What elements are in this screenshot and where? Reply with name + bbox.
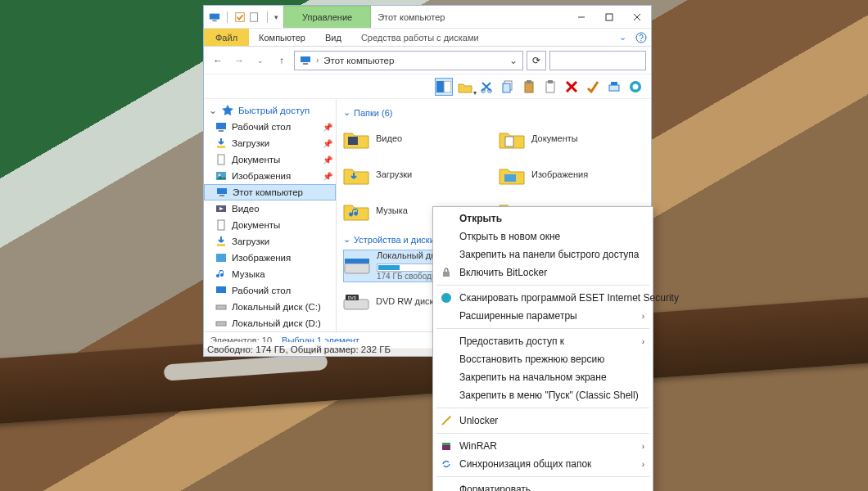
drive-icon [344, 255, 370, 277]
nav-downloads-pinned[interactable]: Загрузки 📌 [204, 135, 336, 151]
copy-button[interactable] [499, 78, 517, 96]
pictures-icon [215, 170, 227, 182]
qat-dropdown-icon[interactable]: ▾ [274, 13, 278, 21]
tooltip-free-space: Свободно: 174 ГБ, Общий размер: 232 ГБ [203, 342, 449, 357]
window-title: Этот компьютер [371, 6, 567, 28]
help-button[interactable]: ? [631, 29, 651, 46]
navigation-pane: ⌄ Быстрый доступ Рабочий стол 📌 Загрузки… [204, 99, 337, 331]
forward-button[interactable]: → [230, 52, 248, 70]
tab-drive-tools[interactable]: Средства работы с дисками [351, 29, 489, 46]
address-row: ← → ⌄ ↑ › Этот компьютер ⌄ ⟳ [204, 47, 651, 74]
nav-pictures[interactable]: Изображения [204, 250, 336, 266]
svg-rect-9 [303, 63, 308, 65]
ctx-sync-shared[interactable]: Синхронизация общих папок › [435, 455, 651, 473]
close-button[interactable] [623, 6, 651, 28]
ctx-winrar[interactable]: WinRAR › [435, 437, 651, 455]
nav-label: Рабочий стол [232, 122, 291, 132]
ctx-eset-scan[interactable]: Сканировать программой ESET Internet Sec… [435, 289, 651, 307]
up-button[interactable]: ↑ [273, 52, 291, 70]
properties-icon[interactable] [234, 11, 246, 23]
folders-header[interactable]: ⌄ Папки (6) [343, 107, 644, 118]
pin-icon: 📌 [323, 172, 332, 181]
svg-rect-20 [609, 85, 619, 91]
ctx-restore-previous[interactable]: Восстановить прежнюю версию [435, 350, 651, 368]
nav-desktop-pinned[interactable]: Рабочий стол 📌 [204, 119, 336, 135]
refresh-button[interactable]: ⟳ [527, 51, 546, 70]
tab-computer[interactable]: Компьютер [249, 29, 315, 46]
folder-video[interactable]: Видео [343, 123, 489, 155]
cut-button[interactable] [477, 78, 495, 96]
ctx-format[interactable]: Форматировать... [435, 480, 651, 491]
ctx-eset-advanced[interactable]: Расширенные параметры › [435, 307, 651, 325]
nav-drive-c[interactable]: Локальный диск (C:) [204, 299, 336, 315]
nav-video[interactable]: Видео [204, 200, 336, 217]
ctx-share[interactable]: Предоставить доступ к › [435, 332, 651, 350]
rename-button[interactable] [584, 78, 602, 96]
quick-access-toolbar: ▾ [204, 6, 283, 28]
nav-label: Музыка [232, 269, 265, 279]
svg-rect-42 [504, 174, 516, 182]
tab-file[interactable]: Файл [204, 29, 249, 46]
ctx-unlocker[interactable]: Unlocker [435, 412, 651, 430]
chevron-right-icon[interactable]: › [316, 56, 319, 65]
nav-desktop[interactable]: Рабочий стол [204, 282, 336, 299]
bitlocker-icon [440, 266, 453, 279]
folder-pictures[interactable]: Изображения [499, 159, 644, 191]
minimize-button[interactable] [567, 6, 595, 28]
svg-rect-19 [548, 80, 553, 83]
svg-rect-8 [301, 56, 310, 62]
ctx-open[interactable]: Открыть [435, 209, 651, 227]
pictures-icon [215, 252, 227, 264]
svg-rect-34 [217, 244, 225, 246]
nav-drive-d[interactable]: Локальный диск (D:) [204, 315, 336, 331]
svg-rect-40 [348, 137, 358, 145]
ribbon-expand-icon[interactable]: ⌄ [614, 29, 631, 46]
svg-rect-41 [505, 137, 513, 146]
nav-music[interactable]: Музыка [204, 266, 336, 282]
nav-documents-pinned[interactable]: Документы 📌 [204, 151, 336, 168]
ribbon-context-tab[interactable]: Управление [283, 6, 371, 28]
nav-label: Загрузки [232, 138, 269, 148]
svg-rect-37 [216, 305, 226, 309]
ctx-bitlocker[interactable]: Включить BitLocker [435, 264, 651, 282]
ctx-pin-quick-access[interactable]: Закрепить на панели быстрого доступа [435, 246, 651, 264]
select-button[interactable] [605, 78, 623, 96]
new-folder-icon[interactable] [249, 11, 260, 23]
svg-rect-21 [611, 82, 617, 85]
svg-rect-38 [216, 322, 226, 326]
ctx-separator [436, 433, 649, 434]
delete-button[interactable] [563, 78, 581, 96]
ctx-open-new-window[interactable]: Открыть в новом окне [435, 227, 651, 246]
new-folder-button[interactable]: ▾ [456, 78, 474, 96]
folder-documents[interactable]: Документы [499, 123, 644, 155]
preview-pane-button[interactable] [435, 78, 453, 96]
address-bar[interactable]: › Этот компьютер ⌄ [294, 51, 523, 70]
nav-documents[interactable]: Документы [204, 217, 336, 233]
folder-downloads[interactable]: Загрузки [343, 159, 489, 191]
pc-icon [209, 11, 220, 23]
nav-this-pc[interactable]: Этот компьютер [204, 184, 336, 200]
ctx-separator [436, 328, 649, 329]
chevron-down-icon: ⌄ [209, 105, 217, 116]
ctx-pin-start[interactable]: Закрепить на начальном экране [435, 368, 651, 386]
documents-icon [215, 154, 227, 165]
search-input[interactable] [549, 51, 646, 70]
address-dropdown-icon[interactable]: ⌄ [509, 55, 518, 66]
ctx-pin-classic-shell[interactable]: Закрепить в меню "Пуск" (Classic Shell) [435, 386, 651, 404]
nav-quick-access[interactable]: ⌄ Быстрый доступ [204, 102, 336, 119]
nav-pictures-pinned[interactable]: Изображения 📌 [204, 168, 336, 184]
drive-icon [215, 318, 227, 329]
qat-separator-2 [267, 11, 268, 23]
svg-rect-10 [436, 81, 444, 92]
maximize-button[interactable] [595, 6, 623, 28]
nav-label: Изображения [232, 171, 291, 181]
svg-rect-52 [442, 443, 450, 445]
back-button[interactable]: ← [209, 52, 227, 70]
nav-downloads[interactable]: Загрузки [204, 233, 336, 250]
recent-dropdown-icon[interactable]: ⌄ [251, 52, 269, 70]
clipboard-button[interactable] [541, 78, 559, 96]
nav-label: Изображения [232, 253, 291, 263]
eset-button[interactable] [626, 78, 644, 96]
tab-view[interactable]: Вид [315, 29, 351, 46]
paste-button[interactable] [520, 78, 538, 96]
